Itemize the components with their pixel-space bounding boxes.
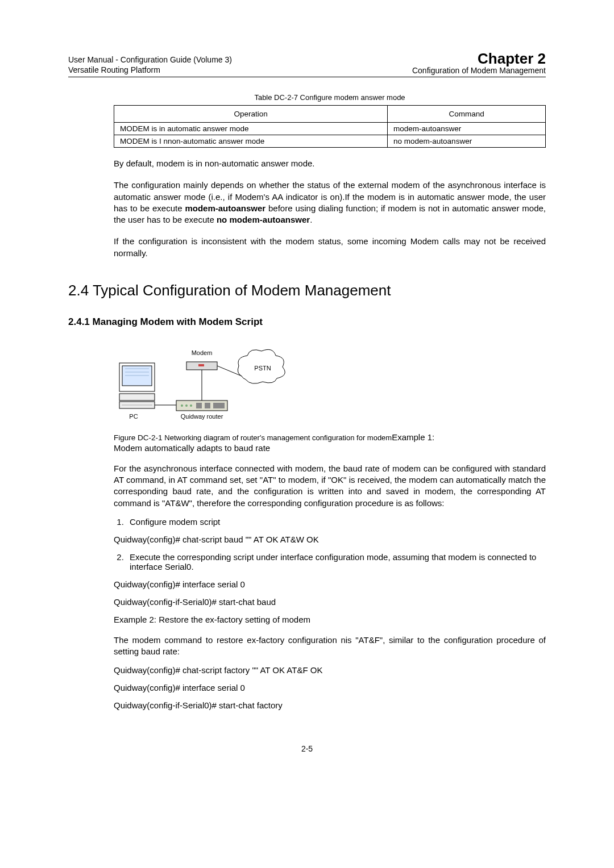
pstn-label: PSTN: [254, 365, 271, 372]
header-rule: [68, 77, 546, 77]
step-item: Configure modem script: [126, 517, 546, 527]
svg-point-10: [181, 404, 183, 407]
steps-list: Configure modem script: [114, 517, 546, 527]
text-run: .: [310, 215, 312, 224]
command-line: Quidway(config)# chat-script baud "" AT …: [114, 535, 546, 544]
example2-title: Example 2: Restore the ex-factory settin…: [114, 615, 546, 624]
paragraph: If the configuration is inconsistent wit…: [114, 236, 546, 259]
svg-rect-14: [205, 403, 210, 408]
chapter-subtitle: Configuration of Modem Management: [412, 66, 546, 75]
network-diagram: PC Quidway router Modem: [114, 345, 546, 424]
paragraph: The modem command to restore ex-factory …: [114, 635, 546, 658]
header-right: Chapter 2 Configuration of Modem Managem…: [412, 51, 546, 75]
command-line: Quidway(config)# interface serial 0: [114, 683, 546, 692]
col-operation: Operation: [114, 106, 388, 123]
subsection-heading: 2.4.1 Managing Modem with Modem Script: [68, 316, 546, 328]
paragraph: For the asynchronous interface connected…: [114, 463, 546, 509]
command-line: Quidway(config-if-Serial0)# start-chat b…: [114, 597, 546, 607]
table-caption-prefix: Table DC-2-7: [254, 93, 300, 102]
figure-caption-text: Networking diagram of router's managemen…: [164, 433, 392, 442]
cell-cmd1: modem-autoanswer: [388, 123, 546, 135]
figure-caption: Figure DC-2-1 Networking diagram of rout…: [114, 432, 546, 442]
cell-op2: MODEM is I nnon-automatic answer mode: [114, 135, 388, 148]
table-caption: Table DC-2-7 Configure modem answer mode: [114, 93, 546, 102]
bold-command: modem-autoanswer: [185, 203, 265, 213]
header-left: User Manual - Configuration Guide (Volum…: [68, 55, 232, 75]
diagram-svg: PC Quidway router Modem: [114, 345, 296, 424]
col-command: Command: [388, 106, 546, 123]
svg-rect-15: [213, 403, 225, 408]
manual-title: User Manual - Configuration Guide (Volum…: [68, 55, 232, 65]
svg-point-11: [185, 404, 188, 407]
modem-label: Modem: [192, 349, 213, 356]
page-header: User Manual - Configuration Guide (Volum…: [68, 51, 546, 75]
example1-title: Modem automatically adapts to baud rate: [114, 443, 546, 453]
bold-command: no modem-autoanswer: [217, 215, 310, 224]
page-number: 2-5: [68, 744, 546, 753]
manual-subtitle: Versatile Routing Platform: [68, 65, 232, 75]
steps-list: Execute the corresponding script under i…: [114, 552, 546, 571]
table-header-row: Operation Command: [114, 106, 546, 123]
router-label: Quidway router: [181, 413, 223, 420]
figure-caption-prefix: Figure DC-2-1: [114, 433, 164, 442]
cell-cmd2: no modem-autoanswer: [388, 135, 546, 148]
section-heading: 2.4 Typical Configuration of Modem Manag…: [68, 282, 546, 299]
paragraph: The configuration mainly depends on whet…: [114, 180, 546, 226]
page: User Manual - Configuration Guide (Volum…: [0, 0, 614, 787]
cell-op1: MODEM is in automatic answer mode: [114, 123, 388, 135]
table-row: MODEM is in automatic answer mode modem-…: [114, 123, 546, 135]
example1-label: Example 1:: [392, 432, 434, 442]
svg-rect-13: [196, 403, 202, 408]
svg-rect-5: [119, 394, 155, 400]
paragraph: By default, modem is in non-automatic an…: [114, 158, 546, 169]
command-line: Quidway(config)# interface serial 0: [114, 579, 546, 589]
svg-rect-18: [198, 364, 204, 366]
table-caption-text: Configure modem answer mode: [300, 93, 405, 102]
command-line: Quidway(config)# chat-script factory "" …: [114, 665, 546, 675]
pc-label: PC: [129, 413, 138, 420]
svg-point-12: [190, 404, 192, 407]
command-line: Quidway(config-if-Serial0)# start-chat f…: [114, 700, 546, 710]
chapter-title: Chapter 2: [412, 51, 546, 66]
command-table: Operation Command MODEM is in automatic …: [114, 105, 546, 148]
step-item: Execute the corresponding script under i…: [126, 552, 546, 571]
table-row: MODEM is I nnon-automatic answer mode no…: [114, 135, 546, 148]
